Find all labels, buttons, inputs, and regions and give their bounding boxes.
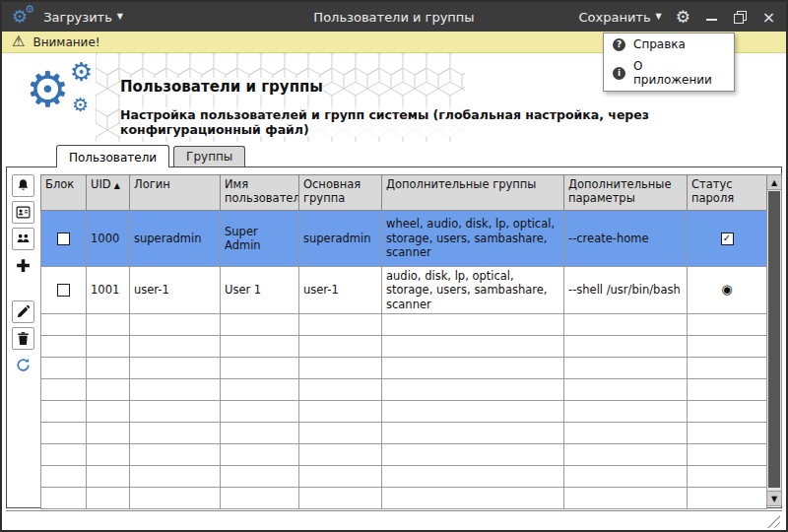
cell-fullname: Super Admin (221, 211, 299, 267)
close-button[interactable]: × (761, 10, 776, 25)
info-icon: i (613, 67, 625, 80)
users-table-body: 1000 superadmin Super Admin superadmin w… (41, 211, 767, 509)
cell-login: user-1 (130, 267, 221, 314)
block-checkbox[interactable] (57, 284, 70, 297)
trash-icon (15, 330, 32, 347)
app-logo-gears: ⚙ ⚙ ⚙ (26, 65, 85, 114)
table-row-empty (41, 379, 767, 401)
app-menu: ? Справка i О приложении (603, 33, 735, 92)
scrollbar-track[interactable] (767, 190, 781, 491)
table-row-empty (41, 358, 767, 379)
cell-uid: 1000 (87, 211, 130, 267)
pencil-icon (15, 303, 32, 320)
gear-icon: ⚙ (26, 61, 70, 118)
cell-primary-group: superadmin (299, 211, 382, 267)
column-header-additional-groups[interactable]: Дополнительные группы (382, 175, 564, 211)
menu-item-label: О приложении (633, 59, 725, 87)
minimize-button[interactable] (704, 10, 719, 25)
cell-additional-params: --shell /usr/bin/bash (564, 267, 688, 314)
cell-login: superadmin (130, 211, 221, 267)
vertical-scrollbar: ▲ ▼ (767, 174, 782, 506)
resize-grip[interactable] (767, 515, 780, 528)
minimize-icon (706, 19, 717, 21)
delete-user-button[interactable] (12, 327, 34, 350)
app-logo-gears-icon: ⚙⚙ (12, 8, 28, 26)
warning-text: Внимание! (33, 35, 99, 49)
gear-icon: ⚙ (72, 96, 89, 114)
cell-additional-groups: wheel, audio, disk, lp, optical, storage… (382, 211, 564, 267)
table-row-empty (41, 466, 767, 488)
users-table: Блок UID▲ Логин Имя пользователя Основна… (40, 174, 767, 509)
save-button[interactable]: Сохранить ▼ (578, 10, 661, 25)
app-window: ⚙⚙ Загрузить ▼ Пользователи и группы Сох… (0, 0, 788, 532)
sort-asc-icon: ▲ (114, 181, 120, 190)
settings-gear-button[interactable]: ⚙ (676, 9, 690, 26)
maximize-button[interactable] (733, 10, 748, 25)
table-row-empty (41, 488, 767, 509)
left-toolbar (7, 167, 40, 507)
tab-bar: Пользователи Группы (2, 142, 786, 166)
password-status-checkbox[interactable]: ✓ (721, 233, 734, 245)
block-checkbox[interactable] (57, 233, 70, 245)
table-row-empty (41, 444, 767, 466)
scrollbar-thumb[interactable] (768, 191, 780, 488)
status-bar (6, 510, 782, 530)
gear-icon: ⚙ (70, 59, 93, 85)
menu-item-label: Справка (633, 37, 686, 51)
user-card-icon (15, 204, 32, 221)
help-icon: ? (613, 38, 625, 51)
toolbar-spacer (12, 281, 40, 297)
table-row-empty (41, 336, 767, 358)
save-button-label: Сохранить (578, 10, 650, 25)
scroll-down-button[interactable]: ▼ (767, 491, 781, 505)
cell-primary-group: user-1 (299, 267, 382, 314)
column-header-additional-params[interactable]: Дополнительные параметры (564, 175, 688, 211)
refresh-icon (15, 357, 32, 373)
tab-groups[interactable]: Группы (173, 146, 245, 166)
table-row-empty (41, 401, 767, 423)
load-button[interactable]: Загрузить ▼ (43, 10, 123, 25)
cell-additional-params: --create-home (564, 211, 688, 267)
cell-uid: 1001 (87, 267, 130, 314)
tab-users[interactable]: Пользователи (56, 145, 169, 167)
cell-additional-groups: audio, disk, lp, optical, storage, users… (382, 267, 564, 314)
page-subtitle: Настройка пользователей и групп системы … (120, 107, 772, 137)
content-area: Блок UID▲ Логин Имя пользователя Основна… (6, 166, 782, 508)
plus-icon (15, 257, 32, 274)
add-user-button[interactable] (12, 254, 34, 277)
page-title: Пользователи и группы (120, 78, 323, 96)
table-header-row: Блок UID▲ Логин Имя пользователя Основна… (41, 175, 767, 211)
bell-icon (15, 177, 32, 194)
column-header-uid[interactable]: UID▲ (87, 175, 130, 211)
edit-user-button[interactable] (12, 300, 34, 323)
column-header-login[interactable]: Логин (130, 175, 221, 211)
column-header-fullname[interactable]: Имя пользователя (221, 175, 299, 211)
user-card-button[interactable] (12, 201, 34, 224)
notifications-button[interactable] (12, 174, 34, 197)
password-status-radio[interactable]: ◉ (721, 282, 732, 297)
menu-item-help[interactable]: ? Справка (604, 33, 734, 55)
user-group-button[interactable] (12, 228, 34, 250)
column-header-primary-group[interactable]: Основная группа (299, 175, 382, 211)
maximize-icon (734, 11, 747, 24)
titlebar: ⚙⚙ Загрузить ▼ Пользователи и группы Сох… (2, 2, 786, 32)
check-icon: ✓ (723, 233, 731, 243)
warning-icon: ⚠ (12, 34, 25, 49)
table-row-superadmin[interactable]: 1000 superadmin Super Admin superadmin w… (41, 211, 767, 267)
scroll-up-button[interactable]: ▲ (767, 175, 781, 190)
table-row-empty (41, 314, 767, 336)
column-header-block[interactable]: Блок (41, 175, 87, 211)
menu-item-about[interactable]: i О приложении (604, 55, 734, 91)
chevron-down-icon: ▼ (117, 13, 123, 21)
user-group-icon (15, 231, 32, 247)
table-row-empty (41, 423, 767, 444)
refresh-button[interactable] (12, 354, 34, 376)
load-button-label: Загрузить (43, 10, 112, 25)
table-area: Блок UID▲ Логин Имя пользователя Основна… (40, 167, 781, 507)
cell-fullname: User 1 (221, 267, 299, 314)
chevron-down-icon: ▼ (656, 13, 662, 21)
column-header-password-status[interactable]: Статус пароля (688, 175, 767, 211)
table-row-user-1[interactable]: 1001 user-1 User 1 user-1 audio, disk, l… (41, 267, 767, 314)
